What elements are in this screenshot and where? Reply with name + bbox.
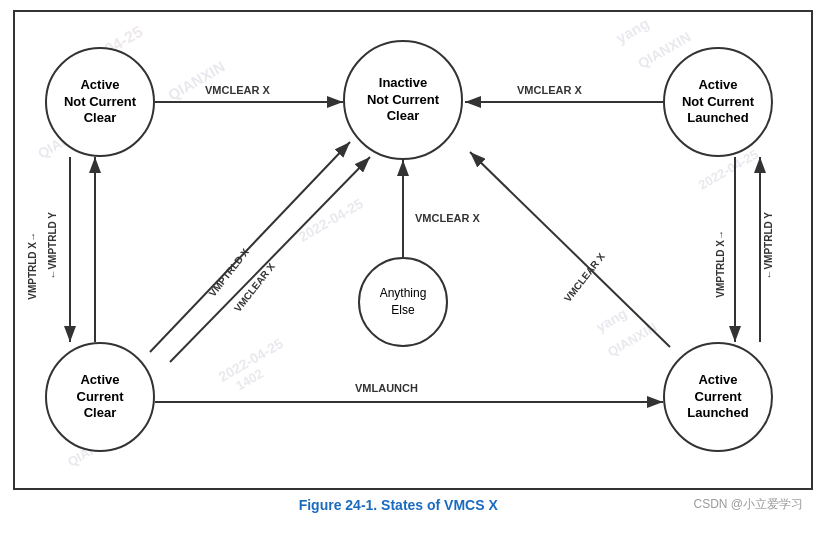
label-vmclear-bl: VMCLEAR X [232,261,277,314]
node-top-center-line1: Inactive [379,75,427,92]
label-vmclear-tr-tc: VMCLEAR X [517,84,582,96]
label-vmptrld-x-right: VMPTRLD X→ [715,230,726,298]
node-top-center-line3: Clear [387,108,420,125]
watermark-credit: CSDN @小立爱学习 [693,496,803,513]
svg-line-7 [170,157,370,362]
node-top-right: Active Not Current Launched [663,47,773,157]
label-vmclear-tl-tc: VMCLEAR X [205,84,270,96]
anything-else-line2: Else [391,302,414,319]
node-top-right-line2: Not Current [682,94,754,111]
node-top-left-line3: Clear [84,110,117,127]
main-container: 2022-04-25 QIANXIN yang QIANXIN QIANXIN … [0,0,826,534]
label-vmclear-anything: VMCLEAR X [415,212,480,224]
node-top-left-line1: Active [80,77,119,94]
node-bottom-right-line1: Active [698,372,737,389]
figure-caption: Figure 24-1. States of VMCS X [103,497,693,513]
node-bottom-left-line1: Active [80,372,119,389]
node-bottom-left: Active Current Clear [45,342,155,452]
label-vmptrld-x-left: VMPTRLD X→ [27,232,38,300]
node-bottom-left-line2: Current [77,389,124,406]
node-bottom-right-line2: Current [695,389,742,406]
anything-else-line1: Anything [380,285,427,302]
node-anything-else: Anything Else [358,257,448,347]
node-bottom-right-line3: Launched [687,405,748,422]
node-top-right-line3: Launched [687,110,748,127]
diagram-area: 2022-04-25 QIANXIN yang QIANXIN QIANXIN … [13,10,813,490]
label-vmptrld-y-right: ←VMPTRLD Y [763,212,774,280]
label-vmclear-br: VMCLEAR X [562,251,607,304]
footer: Figure 24-1. States of VMCS X CSDN @小立爱学… [13,490,813,519]
node-top-left: Active Not Current Clear [45,47,155,157]
node-top-left-line2: Not Current [64,94,136,111]
node-top-center: Inactive Not Current Clear [343,40,463,160]
node-bottom-left-line3: Clear [84,405,117,422]
node-top-right-line1: Active [698,77,737,94]
svg-line-9 [470,152,670,347]
label-vmptrld-y-left: ←VMPTRLD Y [47,212,58,280]
node-top-center-line2: Not Current [367,92,439,109]
node-bottom-right: Active Current Launched [663,342,773,452]
svg-line-6 [150,142,350,352]
label-vmlaunch: VMLAUNCH [355,382,418,394]
